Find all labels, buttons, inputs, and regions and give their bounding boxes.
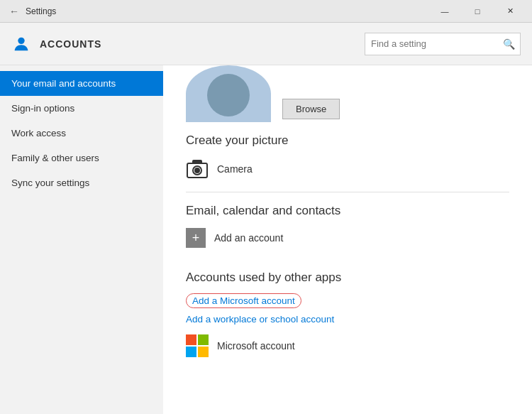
sidebar-item-email[interactable]: Your email and accounts (0, 71, 163, 96)
ms-logo-green (198, 334, 209, 345)
section-divider (186, 192, 509, 192)
titlebar-title: Settings (26, 6, 56, 16)
profile-face (207, 74, 250, 116)
window-controls: — □ ✕ (428, 0, 526, 23)
svg-point-0 (18, 37, 24, 43)
sidebar-item-family[interactable]: Family & other users (0, 146, 163, 170)
close-button[interactable]: ✕ (494, 0, 526, 23)
titlebar: ← Settings — □ ✕ (0, 0, 532, 23)
add-account-icon: + (186, 228, 206, 248)
sidebar-item-signin[interactable]: Sign-in options (0, 96, 163, 121)
search-icon[interactable]: 🔍 (497, 33, 520, 55)
profile-picture-area: Browse (186, 65, 509, 122)
main-content: Browse Create your picture Camera Email,… (163, 65, 532, 414)
app-header: ACCOUNTS 🔍 (0, 23, 532, 65)
camera-icon (186, 158, 209, 180)
microsoft-logo (186, 334, 209, 357)
svg-point-3 (195, 168, 199, 173)
ms-account-row: Microsoft account (186, 334, 509, 357)
search-box[interactable]: 🔍 (365, 33, 521, 55)
ms-account-label: Microsoft account (217, 340, 295, 352)
create-picture-title: Create your picture (186, 134, 509, 148)
add-workplace-link[interactable]: Add a workplace or school account (186, 314, 509, 325)
app-container: ACCOUNTS 🔍 Your email and accounts Sign-… (0, 23, 532, 414)
accounts-icon (11, 34, 31, 54)
page-title: ACCOUNTS (40, 38, 101, 50)
camera-label: Camera (217, 163, 253, 175)
search-input[interactable] (365, 38, 497, 49)
sidebar-item-work[interactable]: Work access (0, 121, 163, 146)
ms-logo-yellow (198, 347, 209, 357)
minimize-button[interactable]: — (428, 0, 461, 23)
browse-button[interactable]: Browse (282, 99, 340, 119)
add-account-label: Add an account (214, 232, 283, 244)
email-section-title: Email, calendar and contacts (186, 204, 509, 218)
ms-logo-blue (186, 347, 196, 357)
sidebar: Your email and accounts Sign-in options … (0, 65, 163, 414)
content-area: Your email and accounts Sign-in options … (0, 65, 532, 414)
profile-picture (186, 65, 271, 122)
svg-rect-4 (193, 160, 201, 163)
accounts-other-title: Accounts used by other apps (186, 271, 509, 285)
camera-row[interactable]: Camera (186, 158, 509, 180)
ms-logo-red (186, 334, 196, 345)
back-button[interactable]: ← (6, 3, 23, 20)
maximize-button[interactable]: □ (461, 0, 494, 23)
add-account-row[interactable]: + Add an account (186, 228, 509, 248)
add-ms-account-link[interactable]: Add a Microsoft account (186, 293, 301, 308)
sidebar-item-sync[interactable]: Sync your settings (0, 170, 163, 195)
